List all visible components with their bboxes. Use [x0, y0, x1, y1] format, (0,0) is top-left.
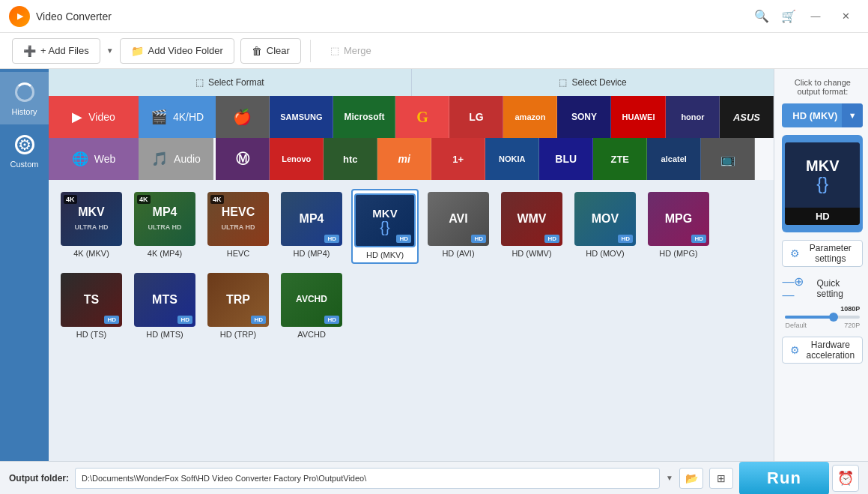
sidebar-item-history[interactable]: History	[0, 72, 49, 124]
format-type-row1: ▶ Video 🎬 4K/HD	[49, 96, 216, 138]
format-thumb-hd-mkv: MKV {} HD	[354, 193, 416, 247]
title-bar: Video Converter 🔍 🛒 — ✕	[0, 0, 868, 33]
format-header: ⬚ Select Format ⬚ Select Device	[49, 69, 774, 96]
brand-lenovo[interactable]: Lenovo	[270, 138, 324, 180]
mkv-text: MKV	[806, 157, 839, 175]
sidebar: History Custom	[0, 69, 49, 461]
parameter-settings-button[interactable]: ⚙ Parameter settings	[782, 240, 863, 267]
brand-samsung[interactable]: SAMSUNG	[270, 96, 333, 138]
format-hd-ts[interactable]: TS HD HD (TS)	[58, 270, 125, 342]
brand-xiaomi[interactable]: mi	[377, 138, 431, 180]
brand-honor[interactable]: honor	[666, 96, 720, 138]
gear-icon	[13, 133, 37, 157]
brands-row-1: 🍎 SAMSUNG Microsoft G LG amazon SONY HUA…	[216, 96, 774, 138]
split-button[interactable]: ⊞	[709, 468, 733, 489]
format-thumb-hd-mp4: MP4 HD	[281, 192, 342, 246]
search-icon[interactable]: 🔍	[748, 0, 775, 33]
brand-microsoft[interactable]: Microsoft	[333, 96, 395, 138]
add-files-dropdown[interactable]: ▼	[106, 46, 114, 55]
format-thumb-hd-mov: MOV HD	[574, 192, 636, 246]
format-thumb-hd-trp: TRP HD	[207, 273, 269, 327]
format-thumb-mp4-4k: 4K MP4ULTRA HD	[134, 192, 195, 246]
right-brands-panel: 🍎 SAMSUNG Microsoft G LG amazon SONY HUA…	[216, 96, 774, 180]
cart-icon[interactable]: 🛒	[775, 0, 802, 33]
brand-google[interactable]: G	[395, 96, 449, 138]
format-thumb-avchd: AVCHD HD	[281, 273, 342, 327]
sidebar-item-custom[interactable]: Custom	[0, 124, 49, 177]
brand-sony[interactable]: SONY	[557, 96, 611, 138]
minimize-button[interactable]: —	[802, 6, 829, 27]
alarm-button[interactable]: ⏰	[832, 465, 859, 492]
tab-select-format[interactable]: ⬚ Select Format	[49, 69, 412, 96]
add-icon: ➕	[23, 45, 36, 57]
play-icon: ▶	[72, 109, 82, 125]
output-path-dropdown[interactable]: ▼	[666, 474, 673, 482]
run-section: Run ⏰	[739, 462, 859, 495]
settings-icon: ⚙	[790, 247, 800, 259]
format-hd-mts[interactable]: MTS HD HD (MTS)	[131, 270, 198, 342]
brand-tv[interactable]: 📺	[701, 138, 755, 180]
format-hd-mpg[interactable]: MPG HD HD (MPG)	[645, 189, 712, 264]
audio-type-button[interactable]: 🎵 Audio	[139, 138, 213, 180]
hd-type-button[interactable]: 🎬 4K/HD	[139, 96, 216, 138]
mkv-preview-top: MKV {}	[785, 142, 860, 208]
merge-button[interactable]: ⬚ Merge	[320, 38, 382, 64]
format-tab-icon: ⬚	[195, 77, 204, 88]
run-button[interactable]: Run	[739, 462, 829, 495]
output-path-input[interactable]	[75, 468, 660, 489]
format-avchd[interactable]: AVCHD HD AVCHD	[278, 270, 345, 342]
main-layout: History Custom ⬚ Select Format ⬚ Select …	[0, 69, 868, 461]
add-files-button[interactable]: ➕ + Add Files	[12, 38, 100, 64]
browse-folder-button[interactable]: 📂	[679, 468, 703, 489]
add-folder-button[interactable]: 📁 Add Video Folder	[120, 38, 234, 64]
brand-oneplus[interactable]: 1+	[431, 138, 485, 180]
hardware-acceleration-button[interactable]: ⚙ Hardware acceleration	[782, 337, 863, 364]
mkv-preview-box: MKV {} HD	[785, 142, 860, 225]
slider-fill	[785, 316, 834, 319]
format-hd-avi[interactable]: AVI HD HD (AVI)	[425, 189, 492, 264]
brand-nokia[interactable]: NOKIA	[485, 138, 539, 180]
format-hd-mp4[interactable]: MP4 HD HD (MP4)	[278, 189, 345, 264]
format-thumb-mkv-4k: 4K MKVULTRA HD	[61, 192, 122, 246]
format-hevc[interactable]: 4K HEVCULTRA HD HEVC	[204, 189, 272, 264]
format-thumb-hd-ts: TS HD	[61, 273, 122, 327]
brand-apple[interactable]: 🍎	[216, 96, 270, 138]
format-hd-mov[interactable]: MOV HD HD (MOV)	[571, 189, 639, 264]
close-button[interactable]: ✕	[832, 6, 859, 27]
format-hd-wmv[interactable]: WMV HD HD (WMV)	[498, 189, 565, 264]
merge-icon: ⬚	[330, 45, 339, 56]
brand-amazon[interactable]: amazon	[503, 96, 557, 138]
slider-track[interactable]	[785, 316, 860, 319]
quality-slider-container: 1080P Default 720P	[782, 305, 863, 329]
brand-lg[interactable]: LG	[449, 96, 503, 138]
format-hd-trp[interactable]: TRP HD HD (TRP)	[204, 270, 272, 342]
video-type-button[interactable]: ▶ Video	[49, 96, 139, 138]
brand-huawei[interactable]: HUAWEI	[611, 96, 666, 138]
clear-button[interactable]: 🗑 Clear	[240, 38, 301, 64]
brand-htc[interactable]: htc	[324, 138, 377, 180]
brand-alcatel[interactable]: alcatel	[647, 138, 701, 180]
brand-zte[interactable]: ZTE	[593, 138, 647, 180]
format-thumb-hevc: 4K HEVCULTRA HD	[207, 192, 269, 246]
format-hd-mkv[interactable]: MKV {} HD HD (MKV)	[351, 189, 419, 264]
brand-asus[interactable]: ASUS	[720, 96, 774, 138]
output-format-selector[interactable]: HD (MKV) ▼	[782, 103, 863, 127]
left-type-panel: ▶ Video 🎬 4K/HD 🌐 Web 🎵 Audio	[49, 96, 216, 180]
brand-blu[interactable]: BLU	[539, 138, 593, 180]
bottom-bar: Output folder: ▼ 📂 ⊞ Run ⏰	[0, 461, 868, 494]
tab-select-device[interactable]: ⬚ Select Device	[412, 69, 774, 96]
slider-thumb[interactable]	[829, 313, 838, 322]
format-mkv-4k[interactable]: 4K MKVULTRA HD 4K (MKV)	[58, 189, 125, 264]
output-format-dropdown[interactable]: ▼	[842, 103, 863, 127]
history-icon	[13, 80, 37, 104]
quick-setting-section: —⊕— Quick setting 1080P Default 720P	[782, 274, 863, 329]
app-icon	[9, 6, 30, 27]
format-thumb-hd-mts: MTS HD	[134, 273, 195, 327]
web-type-button[interactable]: 🌐 Web	[49, 138, 139, 180]
right-panel: Click to change output format: HD (MKV) …	[774, 69, 868, 461]
format-mp4-4k[interactable]: 4K MP4ULTRA HD 4K (MP4)	[131, 189, 198, 264]
brand-motorola[interactable]: Ⓜ	[216, 138, 270, 180]
format-thumb-hd-avi: AVI HD	[428, 192, 489, 246]
format-thumb-hd-mpg: MPG HD	[648, 192, 709, 246]
folder-icon: 📁	[131, 45, 144, 57]
